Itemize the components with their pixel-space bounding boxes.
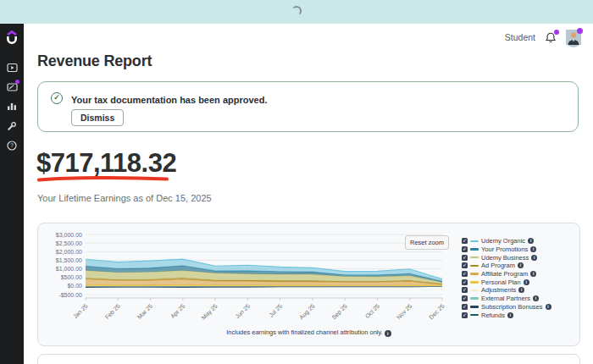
legend-item[interactable]: ✓Ad Programi <box>462 262 551 270</box>
svg-text:$2,500.00: $2,500.00 <box>56 240 82 246</box>
next-section-card <box>37 354 580 364</box>
user-avatar[interactable] <box>566 30 581 45</box>
legend-checkbox[interactable]: ✓ <box>462 255 468 261</box>
reset-zoom-button[interactable]: Reset zoom <box>405 235 449 250</box>
svg-text:Jul 25: Jul 25 <box>268 303 283 318</box>
notifications-bell-icon[interactable] <box>545 31 557 44</box>
svg-text:$1,000.00: $1,000.00 <box>56 266 82 272</box>
student-link[interactable]: Student <box>505 32 535 42</box>
legend-info-icon[interactable]: i <box>518 262 524 268</box>
legend-swatch-icon <box>470 306 479 308</box>
tools-wrench-icon[interactable] <box>0 116 24 135</box>
courses-video-icon[interactable] <box>0 58 24 77</box>
tax-approved-alert: ✓ Your tax documentation has been approv… <box>37 81 579 132</box>
legend-item[interactable]: ✓Subscription Bonusesi <box>462 303 551 312</box>
instructor-sidebar: ? <box>0 24 24 364</box>
legend-info-icon[interactable]: i <box>533 295 539 301</box>
legend-info-icon[interactable]: i <box>524 279 529 285</box>
legend-swatch-icon <box>470 314 479 317</box>
svg-text:Apr 25: Apr 25 <box>169 303 186 320</box>
legend-item[interactable]: ✓External Partnersi <box>462 295 551 303</box>
earnings-subtitle: Your Lifetime Earnings as of Dec 15, 202… <box>37 193 212 203</box>
svg-text:Dec 25: Dec 25 <box>428 303 446 321</box>
top-loading-bar <box>0 0 593 24</box>
svg-text:$3,000.00: $3,000.00 <box>56 232 82 238</box>
legend-item[interactable]: ✓Affiliate Programi <box>462 270 551 279</box>
check-circle-icon: ✓ <box>51 92 63 104</box>
bell-badge-dot <box>554 30 559 35</box>
avatar-badge-dot <box>577 28 583 34</box>
svg-text:Nov 25: Nov 25 <box>396 303 413 321</box>
legend-label[interactable]: Adjustments <box>481 286 516 294</box>
legend-swatch-icon <box>470 265 479 267</box>
svg-text:May 25: May 25 <box>201 303 219 322</box>
svg-text:$2,000.00: $2,000.00 <box>56 249 82 255</box>
legend-label[interactable]: Affiliate Program <box>481 270 528 278</box>
legend-checkbox[interactable]: ✓ <box>462 271 468 277</box>
legend-checkbox[interactable]: ✓ <box>462 246 468 252</box>
legend-info-icon[interactable]: i <box>507 312 513 318</box>
legend-swatch-icon <box>470 297 479 300</box>
chart-footnote: Includes earnings with finalized channel… <box>38 328 579 337</box>
legend-item[interactable]: ✓Udemy Organici <box>462 237 551 245</box>
legend-checkbox[interactable]: ✓ <box>462 287 468 293</box>
legend-swatch-icon <box>470 290 479 292</box>
legend-label[interactable]: Ad Program <box>481 262 515 269</box>
udemy-logo-icon[interactable] <box>5 30 19 47</box>
svg-text:Mar 25: Mar 25 <box>136 303 153 320</box>
dismiss-button[interactable]: Dismiss <box>71 109 124 126</box>
earnings-chart-card: $3,000.00$2,500.00$2,000.00$1,500.00$1,0… <box>37 223 580 346</box>
help-icon[interactable]: ? <box>0 135 24 155</box>
svg-text:$0.00: $0.00 <box>67 283 82 289</box>
legend-info-icon[interactable]: i <box>530 246 536 252</box>
legend-label[interactable]: Udemy Business <box>481 254 529 262</box>
svg-text:Jan 25: Jan 25 <box>72 303 89 320</box>
lifetime-earnings-amount: $717,118.32 <box>36 148 176 179</box>
svg-text:$500.00: $500.00 <box>61 274 82 280</box>
legend-label[interactable]: Udemy Organic <box>481 237 525 245</box>
legend-checkbox[interactable]: ✓ <box>462 238 468 244</box>
legend-item[interactable]: ✓Your Promotionsi <box>462 245 551 254</box>
legend-swatch-icon <box>470 248 479 251</box>
legend-label[interactable]: Your Promotions <box>481 245 528 253</box>
svg-text:-$500.00: -$500.00 <box>58 292 82 298</box>
legend-label[interactable]: Personal Plan <box>481 279 521 286</box>
svg-text:Sep 25: Sep 25 <box>330 303 348 321</box>
svg-text:?: ? <box>10 142 14 148</box>
communication-feedback-icon[interactable] <box>0 77 24 97</box>
legend-item[interactable]: ✓Adjustmentsi <box>462 286 551 295</box>
info-icon[interactable]: i <box>385 330 391 337</box>
performance-chart-icon[interactable] <box>0 97 24 116</box>
svg-text:Jun 25: Jun 25 <box>234 303 251 320</box>
legend-swatch-icon <box>470 256 479 259</box>
legend-item[interactable]: ✓Personal Plani <box>462 278 551 286</box>
legend-checkbox[interactable]: ✓ <box>462 279 468 285</box>
legend-checkbox[interactable]: ✓ <box>462 262 468 268</box>
legend-info-icon[interactable]: i <box>531 255 537 261</box>
legend-info-icon[interactable]: i <box>528 238 534 244</box>
svg-text:$1,500.00: $1,500.00 <box>56 257 82 263</box>
legend-info-icon[interactable]: i <box>546 304 551 310</box>
legend-checkbox[interactable]: ✓ <box>462 304 468 310</box>
svg-text:Feb 25: Feb 25 <box>104 303 121 320</box>
footnote-text: Includes earnings with finalized channel… <box>226 328 383 336</box>
page-title: Revenue Report <box>37 52 152 70</box>
svg-text:Oct 25: Oct 25 <box>364 303 381 320</box>
legend-info-icon[interactable]: i <box>530 271 536 277</box>
header-actions: Student <box>505 30 581 45</box>
legend-label[interactable]: Subscription Bonuses <box>481 303 543 311</box>
chart-legend: ✓Udemy Organici✓Your Promotionsi✓Udemy B… <box>462 237 551 319</box>
legend-swatch-icon <box>470 281 479 284</box>
legend-info-icon[interactable]: i <box>518 287 524 293</box>
legend-item[interactable]: ✓Refundsi <box>462 311 551 319</box>
alert-message: Your tax documentation has been approved… <box>71 95 267 105</box>
notification-dot <box>15 80 19 84</box>
avatar-image <box>566 33 581 47</box>
svg-text:Aug 25: Aug 25 <box>298 303 316 321</box>
legend-label[interactable]: External Partners <box>481 295 530 302</box>
legend-checkbox[interactable]: ✓ <box>462 312 468 318</box>
legend-item[interactable]: ✓Udemy Businessi <box>462 253 551 262</box>
red-underline <box>36 175 170 183</box>
legend-checkbox[interactable]: ✓ <box>462 295 468 301</box>
legend-label[interactable]: Refunds <box>481 312 505 319</box>
